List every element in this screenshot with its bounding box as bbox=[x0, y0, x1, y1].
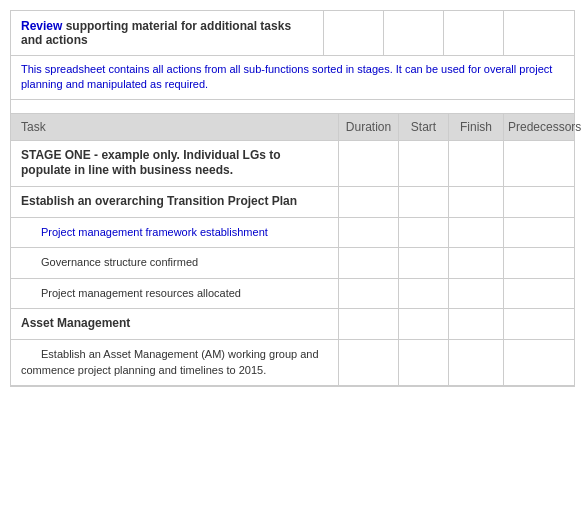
subtask-cell-2: Governance structure confirmed bbox=[11, 248, 339, 278]
stage-pred bbox=[504, 141, 574, 186]
subtask1-start bbox=[399, 218, 449, 248]
subtask-cell-4: Establish an Asset Management (AM) worki… bbox=[11, 340, 339, 385]
section2-dur bbox=[339, 309, 399, 339]
section-label-cell-2: Asset Management bbox=[11, 309, 339, 339]
subtask-label-2: Governance structure confirmed bbox=[21, 256, 198, 268]
section1-finish bbox=[449, 187, 504, 217]
subtask-cell-1: Project management framework establishme… bbox=[11, 218, 339, 248]
subtask2-dur bbox=[339, 248, 399, 278]
col-finish-header: Finish bbox=[449, 114, 504, 140]
subtask1-pred bbox=[504, 218, 574, 248]
section1-dur bbox=[339, 187, 399, 217]
section-label-1: Establish an overarching Transition Proj… bbox=[21, 194, 297, 208]
subtask3-dur bbox=[339, 279, 399, 309]
section2-start bbox=[399, 309, 449, 339]
header-col-2 bbox=[384, 11, 444, 55]
header-title-rest: supporting material for additional tasks… bbox=[21, 19, 291, 47]
section2-finish bbox=[449, 309, 504, 339]
subtask1-dur bbox=[339, 218, 399, 248]
header-col-3 bbox=[444, 11, 504, 55]
subtask1-finish bbox=[449, 218, 504, 248]
section-label-cell-1: Establish an overarching Transition Proj… bbox=[11, 187, 339, 217]
stage-label: STAGE ONE - example only. Individual LGs… bbox=[21, 148, 281, 178]
subtask2-start bbox=[399, 248, 449, 278]
header-title: Review supporting material for additiona… bbox=[11, 11, 324, 55]
col-start-header: Start bbox=[399, 114, 449, 140]
info-row: This spreadsheet contains all actions fr… bbox=[11, 56, 574, 100]
section2-pred bbox=[504, 309, 574, 339]
spreadsheet-container: Review supporting material for additiona… bbox=[10, 10, 575, 387]
section1-start bbox=[399, 187, 449, 217]
stage-finish bbox=[449, 141, 504, 186]
subtask3-pred bbox=[504, 279, 574, 309]
subtask4-finish bbox=[449, 340, 504, 385]
header-title-highlight: Review bbox=[21, 19, 62, 33]
subtask2-pred bbox=[504, 248, 574, 278]
subtask4-start bbox=[399, 340, 449, 385]
info-text: This spreadsheet contains all actions fr… bbox=[21, 63, 552, 90]
stage-label-cell: STAGE ONE - example only. Individual LGs… bbox=[11, 141, 339, 186]
col-task-header: Task bbox=[11, 114, 339, 140]
subtask-row-4: Establish an Asset Management (AM) worki… bbox=[11, 340, 574, 386]
section1-pred bbox=[504, 187, 574, 217]
col-pred-header: Predecessors bbox=[504, 114, 574, 140]
subtask3-start bbox=[399, 279, 449, 309]
spacer-row bbox=[11, 100, 574, 114]
header-col-1 bbox=[324, 11, 384, 55]
section-row-1: Establish an overarching Transition Proj… bbox=[11, 187, 574, 218]
subtask4-dur bbox=[339, 340, 399, 385]
header-col-4 bbox=[504, 11, 574, 55]
subtask-cell-3: Project management resources allocated bbox=[11, 279, 339, 309]
subtask-row-2: Governance structure confirmed bbox=[11, 248, 574, 279]
col-duration-header: Duration bbox=[339, 114, 399, 140]
subtask-row-1: Project management framework establishme… bbox=[11, 218, 574, 249]
subtask-label-4: Establish an Asset Management (AM) worki… bbox=[21, 348, 319, 376]
stage-start bbox=[399, 141, 449, 186]
subtask4-pred bbox=[504, 340, 574, 385]
subtask-row-3: Project management resources allocated bbox=[11, 279, 574, 310]
stage-row: STAGE ONE - example only. Individual LGs… bbox=[11, 141, 574, 187]
column-headers: Task Duration Start Finish Predecessors bbox=[11, 114, 574, 141]
subtask-label-3: Project management resources allocated bbox=[21, 287, 241, 299]
subtask-label-1: Project management framework establishme… bbox=[21, 226, 268, 238]
header-row: Review supporting material for additiona… bbox=[11, 11, 574, 56]
subtask2-finish bbox=[449, 248, 504, 278]
subtask3-finish bbox=[449, 279, 504, 309]
section-label-2: Asset Management bbox=[21, 316, 130, 330]
section-row-2: Asset Management bbox=[11, 309, 574, 340]
stage-dur bbox=[339, 141, 399, 186]
